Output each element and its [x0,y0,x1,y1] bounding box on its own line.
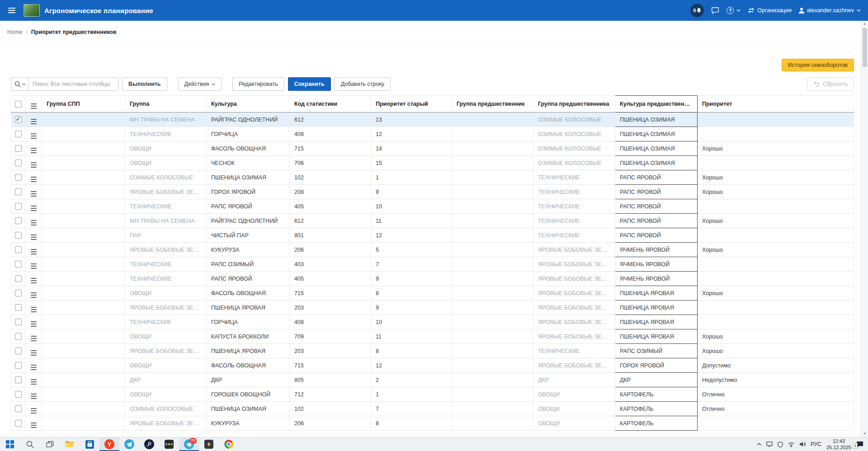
grid-cell[interactable]: 805 [290,373,371,387]
grid-cell[interactable]: 12 [371,358,452,373]
grid-cell[interactable] [42,170,125,185]
grid-cell[interactable] [452,358,533,373]
store-button[interactable] [80,437,99,451]
grid-cell[interactable] [452,170,533,185]
grid-cell[interactable]: Хорошо [698,329,854,344]
grid-cell[interactable]: РАЙГРАС ОДНОЛЕТНИЙ [207,214,290,228]
row-menu-icon[interactable] [31,220,37,226]
grid-cell[interactable]: ПШЕНИЦА ОЗИМАЯ [207,170,290,185]
grid-cell[interactable]: ГОРЧИЦА [207,127,290,141]
grid-cell[interactable]: ТЕХНИЧЕСКИЕ [125,272,207,286]
grid-cell[interactable]: 9 [371,185,452,199]
grid-cell[interactable]: ОВОЩИ [125,141,207,156]
chrome-button[interactable] [219,437,239,451]
tray-security-button[interactable] [778,442,783,447]
row-checkbox[interactable] [15,319,22,325]
telegram-badged-button[interactable]: 77 [179,437,199,451]
grid-cell[interactable] [42,228,125,243]
actions-menu-button[interactable]: Действия [178,77,222,91]
grid-cell[interactable]: 8 [371,416,452,431]
row-checkbox[interactable] [15,232,22,239]
row-menu-icon[interactable] [31,235,37,240]
grid-cell[interactable] [698,113,854,127]
grid-cell[interactable] [42,156,125,170]
search-options-button[interactable] [11,77,29,91]
row-menu-icon[interactable] [31,263,37,269]
grid-cell[interactable]: КАПУСТА БРОККОЛИ [207,329,290,344]
scroll-down-arrow[interactable]: ▼ [863,431,867,437]
column-header[interactable]: Группа предшественник [452,96,533,113]
row-checkbox[interactable] [15,203,22,210]
grid-cell[interactable] [42,257,125,272]
grid-cell[interactable]: ОВОЩИ [125,358,207,373]
row-checkbox[interactable] [15,391,22,398]
column-header[interactable]: Культура [207,96,290,113]
grid-cell[interactable]: ОВОЩИ [125,329,207,344]
grid-cell[interactable]: ПШЕНИЦА ОЗИМАЯ [615,141,698,156]
grid-cell[interactable] [452,113,533,127]
reset-button[interactable]: Сбросить [807,77,854,91]
grid-cell[interactable]: Хорошо [698,170,854,185]
grid-cell[interactable] [698,272,854,286]
grid-cell[interactable]: ФАСОЛЬ ОВОЩНАЯ [207,358,290,373]
grid-cell[interactable]: 203 [290,301,371,315]
grid-cell[interactable]: 706 [290,156,371,170]
taskbar-clock[interactable]: 12:43 25.12.2025 [826,438,851,451]
table-row[interactable]: ОВОЩИФАСОЛЬ ОВОЩНАЯ71512ЯРОВЫЕ БОБОВЫЕ З… [11,358,854,373]
table-row[interactable]: ТЕХНИЧЕСКИЕРАПС ОЗИМЫЙ4037ЯРОВЫЕ БОБОВЫЕ… [11,257,854,272]
grid-cell[interactable]: РАПС ЯРОВОЙ [615,185,698,199]
table-row[interactable]: ОВОЩИФАСОЛЬ ОВОЩНАЯ7158ЯРОВЫЕ БОБОВЫЕ ЗЕ… [11,286,854,301]
grid-cell[interactable]: ТЕХНИЧЕСКИЕ [125,127,207,141]
row-menu-icon[interactable] [31,278,37,283]
grid-cell[interactable]: ЯРОВЫЕ БОБОВЫЕ ЗЕРНОВ... [533,272,615,286]
grid-cell[interactable] [42,199,125,214]
tray-monitor-button[interactable] [766,442,773,447]
row-menu-icon[interactable] [31,191,37,197]
row-checkbox[interactable] [15,131,22,137]
table-row[interactable]: ЯРОВЫЕ БОБОВЫЕ ЗЕРНОВ...КУКУРУЗА2068ОВОЩ… [11,416,854,431]
row-checkbox[interactable] [15,376,22,383]
grid-cell[interactable] [42,402,125,416]
grid-cell[interactable]: ПШЕНИЦА ЯРОВАЯ [615,301,698,315]
grid-cell[interactable]: ГОРОХ ЯРОВОЙ [207,185,290,199]
grid-cell[interactable] [42,387,125,402]
row-menu-icon[interactable] [31,365,37,370]
row-menu-icon[interactable] [31,336,37,341]
grid-cell[interactable]: КАРТОФЕЛЬ [615,402,698,416]
grid-cell[interactable] [42,127,125,141]
table-row[interactable]: ТЕХНИЧЕСКИЕГОРЧИЦА40810ЯРОВЫЕ БОБОВЫЕ ЗЕ… [11,315,854,329]
grid-cell[interactable] [452,185,533,199]
grid-cell[interactable]: ПШЕНИЦА ЯРОВАЯ [615,315,698,329]
grid-cell[interactable] [452,315,533,329]
grid-cell[interactable]: 715 [290,141,371,156]
grid-cell[interactable]: 405 [290,272,371,286]
grid-cell[interactable] [42,141,125,156]
go-button[interactable]: Выполнить [122,77,167,91]
grid-cell[interactable]: Хорошо [698,243,854,257]
grid-cell[interactable]: 15 [371,156,452,170]
grid-cell[interactable]: 206 [290,416,371,431]
grid-cell[interactable]: ОЗИМЫЕ КОЛОСОВЫЕ [533,156,615,170]
tray-expand-button[interactable] [757,443,761,446]
grid-cell[interactable]: 7 [371,402,452,416]
grid-cell[interactable] [452,387,533,402]
grid-cell[interactable]: ПШЕНИЦА ЯРОВАЯ [615,286,698,301]
chat-button[interactable] [711,7,719,14]
grid-cell[interactable]: ТЕХНИЧЕСКИЕ [125,199,207,214]
grid-cell[interactable]: ПШЕНИЦА ОЗИМАЯ [207,402,290,416]
grid-cell[interactable]: РАПС ЯРОВОЙ [615,214,698,228]
grid-cell[interactable]: Хорошо [698,286,854,301]
grid-cell[interactable]: 12 [371,127,452,141]
grid-cell[interactable]: Хорошо [698,185,854,199]
row-checkbox[interactable] [15,420,22,427]
grid-cell[interactable]: 206 [290,243,371,257]
grid-cell[interactable] [452,228,533,243]
grid-cell[interactable]: ОЗИМЫЕ КОЛОСОВЫЕ [533,127,615,141]
grid-cell[interactable]: ПШЕНИЦА ОЗИМАЯ [615,156,698,170]
grid-cell[interactable] [452,199,533,214]
app-button-2[interactable] [159,437,179,451]
grid-cell[interactable] [698,199,854,214]
language-indicator[interactable]: РУС [811,441,821,447]
row-menu-icon[interactable] [31,133,37,139]
grid-cell[interactable]: 408 [290,315,371,329]
